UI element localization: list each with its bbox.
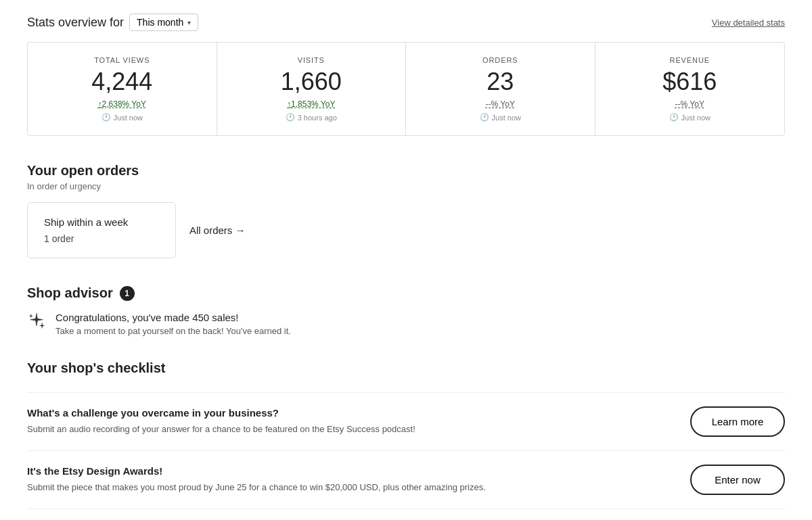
stat-value-2: 23 xyxy=(422,70,579,94)
checklist-items: What's a challenge you overcame in your … xyxy=(27,392,785,509)
orders-row: Ship within a week 1 order All orders → xyxy=(27,202,785,258)
stat-yoy-1: ↑1,853% YoY xyxy=(233,99,390,109)
stat-label-2: ORDERS xyxy=(422,56,579,64)
stat-time-2: 🕐 Just now xyxy=(422,113,579,122)
advisor-badge: 1 xyxy=(120,286,135,301)
stat-cell-orders: ORDERS 23 --% YoY 🕐 Just now xyxy=(406,43,595,135)
checklist-text-challenge: What's a challenge you overcame in your … xyxy=(27,407,677,436)
advisor-title: Shop advisor xyxy=(27,285,113,301)
stat-value-0: 4,244 xyxy=(44,70,200,94)
stat-value-1: 1,660 xyxy=(233,70,390,94)
stats-overview-label: Stats overview for xyxy=(27,16,124,30)
checklist-item-design-awards: It's the Etsy Design Awards! Submit the … xyxy=(27,450,785,509)
advisor-text-area: Congratulations, you've made 450 sales! … xyxy=(55,312,291,336)
checklist-section: Your shop's checklist What's a challenge… xyxy=(27,360,785,509)
clock-icon: 🕐 xyxy=(669,113,679,122)
stat-time-label-0: Just now xyxy=(114,114,143,122)
stat-time-label-3: Just now xyxy=(681,114,710,122)
order-card-count: 1 order xyxy=(44,233,159,244)
stat-value-3: $616 xyxy=(612,70,769,94)
checklist-btn-challenge[interactable]: Learn more xyxy=(690,406,785,437)
checklist-btn-design-awards[interactable]: Enter now xyxy=(690,465,785,495)
advisor-header: Shop advisor 1 xyxy=(27,285,785,301)
ship-within-week-card[interactable]: Ship within a week 1 order xyxy=(27,202,176,258)
checklist-item-title-challenge: What's a challenge you overcame in your … xyxy=(27,407,677,419)
view-detailed-stats-link[interactable]: View detailed stats xyxy=(712,18,785,28)
stat-cell-revenue: REVENUE $616 --% YoY 🕐 Just now xyxy=(595,43,785,135)
open-orders-subtitle: In order of urgency xyxy=(27,181,785,191)
stats-grid: TOTAL VIEWS 4,244 ↑2,638% YoY 🕐 Just now… xyxy=(27,42,785,136)
month-selector-label: This month xyxy=(137,17,183,28)
sparkle-icon xyxy=(27,312,46,331)
stat-yoy-0: ↑2,638% YoY xyxy=(44,99,200,109)
stat-time-label-2: Just now xyxy=(492,114,521,122)
stat-cell-total-views: TOTAL VIEWS 4,244 ↑2,638% YoY 🕐 Just now xyxy=(28,43,217,135)
stat-yoy-2: --% YoY xyxy=(422,99,579,109)
open-orders-section: Your open orders In order of urgency Shi… xyxy=(27,163,785,258)
stat-cell-visits: VISITS 1,660 ↑1,853% YoY 🕐 3 hours ago xyxy=(217,43,407,135)
advisor-text-sub: Take a moment to pat yourself on the bac… xyxy=(55,326,291,336)
stat-time-0: 🕐 Just now xyxy=(44,113,200,122)
open-orders-title: Your open orders xyxy=(27,163,785,179)
stat-label-1: VISITS xyxy=(233,56,390,64)
clock-icon: 🕐 xyxy=(480,113,489,122)
checklist-title: Your shop's checklist xyxy=(27,360,785,376)
clock-icon: 🕐 xyxy=(286,113,295,122)
checklist-item-challenge: What's a challenge you overcame in your … xyxy=(27,392,785,450)
advisor-message: Congratulations, you've made 450 sales! … xyxy=(27,312,785,336)
stat-time-1: 🕐 3 hours ago xyxy=(233,113,390,122)
clock-icon: 🕐 xyxy=(102,113,111,122)
checklist-text-design-awards: It's the Etsy Design Awards! Submit the … xyxy=(27,465,677,494)
stat-time-label-1: 3 hours ago xyxy=(298,114,337,122)
checklist-item-title-design-awards: It's the Etsy Design Awards! xyxy=(27,465,677,477)
shop-advisor-section: Shop advisor 1 Congratulations, you've m… xyxy=(27,285,785,336)
chevron-down-icon: ▾ xyxy=(187,19,191,26)
all-orders-link[interactable]: All orders → xyxy=(189,224,246,236)
checklist-item-desc-challenge: Submit an audio recording of your answer… xyxy=(27,423,677,436)
order-card-title: Ship within a week xyxy=(44,216,159,228)
stat-label-3: REVENUE xyxy=(612,56,769,64)
stats-title-area: Stats overview for This month ▾ xyxy=(27,14,198,31)
month-selector-button[interactable]: This month ▾ xyxy=(129,14,198,31)
checklist-item-desc-design-awards: Submit the piece that makes you most pro… xyxy=(27,481,677,494)
stat-yoy-3: --% YoY xyxy=(612,99,769,109)
stat-label-0: TOTAL VIEWS xyxy=(44,56,200,64)
stat-time-3: 🕐 Just now xyxy=(612,113,769,122)
advisor-text-main: Congratulations, you've made 450 sales! xyxy=(55,312,291,323)
stats-header: Stats overview for This month ▾ View det… xyxy=(27,14,785,31)
